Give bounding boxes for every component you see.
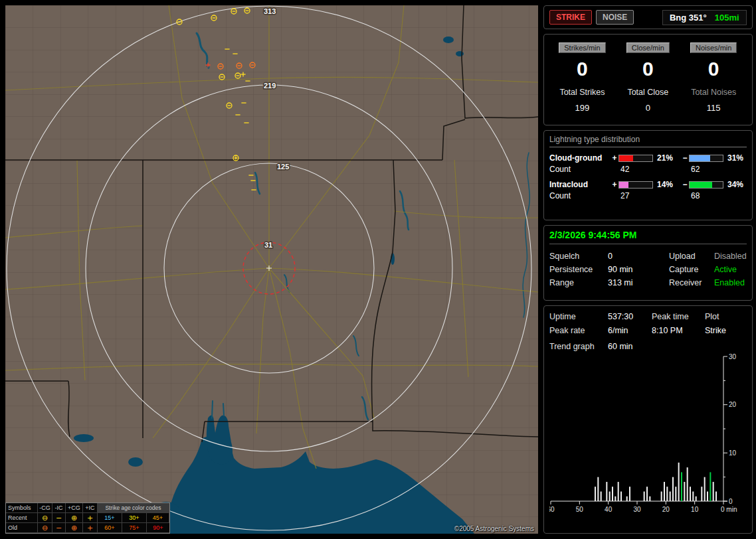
capture-label: Capture	[669, 263, 714, 276]
pos-ic-old-icon: +	[83, 523, 98, 533]
ic-negative-count: 68	[689, 191, 723, 200]
close-per-min-value: 0	[615, 58, 681, 80]
range-value: 313 mi	[608, 276, 669, 289]
intracloud-label: Intracloud	[549, 180, 611, 189]
session-stats: Uptime 537:30 Peak time Plot Peak rate 6…	[549, 310, 747, 338]
ring-label-31: 31	[264, 241, 272, 249]
ring-label-219: 219	[264, 82, 276, 90]
cloud-ground-label: Cloud-ground	[549, 153, 611, 163]
peak-time-label: Peak time	[652, 310, 705, 324]
toolbar-panel: STRIKE NOISE Bng 351° 105mi	[543, 5, 753, 29]
total-strikes-value: 199	[549, 103, 615, 113]
session-panel: Uptime 537:30 Peak time Plot Peak rate 6…	[543, 305, 753, 534]
legend-recent-label: Recent	[6, 513, 38, 523]
receiver-label: Receiver	[669, 276, 714, 289]
svg-text:30: 30	[633, 506, 641, 513]
meters-panel: Strikes/min 0 Total Strikes 199 Close/mi…	[543, 34, 753, 125]
svg-text:10: 10	[729, 449, 737, 457]
receiver-value: Enabled	[714, 276, 747, 289]
noise-button[interactable]: NOISE	[596, 10, 634, 25]
status-panel: 2/3/2026 9:44:56 PM Squelch 0 Upload Dis…	[543, 225, 753, 301]
total-close-label: Total Close	[615, 88, 681, 97]
upload-label: Upload	[669, 250, 714, 263]
legend-symbols-header: Symbols	[6, 503, 38, 513]
svg-text:50: 50	[576, 506, 584, 513]
svg-text:20: 20	[729, 401, 737, 408]
noises-per-min-value: 0	[681, 58, 747, 80]
neg-ic-old-icon: −	[52, 523, 66, 533]
total-close-value: 0	[615, 103, 681, 113]
pos-cg-old-icon: ⊕	[66, 523, 83, 533]
legend-col-pos-cg: +CG	[66, 503, 83, 513]
age-90: 90+	[147, 523, 169, 533]
pos-ic-recent-icon: +	[83, 513, 98, 523]
plot-label: Plot	[705, 310, 747, 324]
intracloud-row: Intracloud + 14% − 34%	[549, 180, 747, 189]
capture-value: Active	[714, 263, 747, 276]
map-svg: 313 219 125 31	[5, 5, 538, 534]
svg-text:30: 30	[729, 353, 737, 360]
strike-button[interactable]: STRIKE	[549, 10, 592, 25]
upload-value: Disabled	[714, 250, 747, 263]
peak-rate-value: 6/min	[608, 324, 652, 338]
count-label: Count	[549, 165, 611, 174]
legend-col-neg-ic: -IC	[52, 503, 66, 513]
persistence-label: Persistence	[549, 263, 608, 276]
ic-positive-bar	[618, 181, 653, 189]
persistence-value: 90 min	[608, 263, 669, 276]
neg-cg-old-icon: ⊖	[38, 523, 52, 533]
svg-text:60: 60	[549, 506, 555, 513]
trend-chart: 30201006050403020100 min	[549, 352, 745, 520]
bearing-readout: Bng 351° 105mi	[662, 10, 747, 25]
intracloud-count-row: Count 27 68	[549, 191, 747, 200]
ring-label-313: 313	[264, 7, 276, 15]
plus-sign: +	[611, 153, 618, 163]
pos-cg-recent-icon: ⊕	[66, 513, 83, 523]
cg-negative-pct: 31%	[723, 153, 747, 163]
svg-text:20: 20	[662, 506, 670, 513]
close-per-min-chip[interactable]: Close/min	[626, 42, 670, 53]
strikes-per-min-chip[interactable]: Strikes/min	[559, 42, 605, 53]
ic-negative-pct: 34%	[723, 180, 747, 189]
bearing-value: Bng 351°	[670, 13, 707, 23]
noises-meter: Noises/min 0 Total Noises 115	[681, 41, 747, 121]
distribution-panel: Lightning type distribution Cloud-ground…	[543, 130, 753, 220]
distribution-title: Lightning type distribution	[549, 135, 747, 147]
cg-positive-count: 42	[618, 165, 653, 174]
svg-text:0: 0	[729, 498, 733, 505]
datetime-display: 2/3/2026 9:44:56 PM	[549, 230, 747, 244]
cg-positive-bar	[618, 155, 653, 162]
status-row: Range 313 mi Receiver Enabled	[549, 276, 747, 289]
age-75: 75+	[122, 523, 147, 533]
noises-per-min-chip[interactable]: Noises/min	[690, 42, 737, 53]
age-15: 15+	[98, 513, 122, 523]
cg-positive-pct: 21%	[653, 153, 681, 163]
cg-negative-bar	[689, 155, 723, 162]
svg-text:40: 40	[605, 506, 613, 513]
svg-text:10: 10	[691, 506, 699, 513]
squelch-label: Squelch	[549, 250, 608, 263]
trend-graph-value: 60 min	[608, 342, 747, 351]
trend-graph-label: Trend graph	[549, 342, 608, 351]
range-label: Range	[549, 276, 608, 289]
uptime-value: 537:30	[608, 310, 652, 324]
legend-col-pos-ic: +IC	[83, 503, 98, 513]
lightning-map[interactable]: 313 219 125 31 Symbols -CG -IC +CG +IC S…	[5, 5, 538, 534]
uptime-label: Uptime	[549, 310, 608, 324]
status-row: Persistence 90 min Capture Active	[549, 263, 747, 276]
ic-negative-bar	[689, 181, 723, 189]
total-noises-label: Total Noises	[681, 88, 747, 97]
age-60: 60+	[98, 523, 122, 533]
plus-sign: +	[611, 180, 618, 189]
age-45: 45+	[147, 513, 169, 523]
legend-age-title: Strike age color codes	[98, 503, 169, 513]
cursor-range-value: 105mi	[715, 13, 739, 23]
cg-negative-count: 62	[689, 165, 723, 174]
count-label: Count	[549, 191, 611, 200]
status-row: Squelch 0 Upload Disabled	[549, 250, 747, 263]
ic-positive-pct: 14%	[653, 180, 681, 189]
peak-time-value: 8:10 PM	[652, 324, 705, 338]
cloud-ground-row: Cloud-ground + 21% − 31%	[549, 153, 747, 163]
neg-ic-recent-icon: −	[52, 513, 66, 523]
age-30: 30+	[122, 513, 147, 523]
